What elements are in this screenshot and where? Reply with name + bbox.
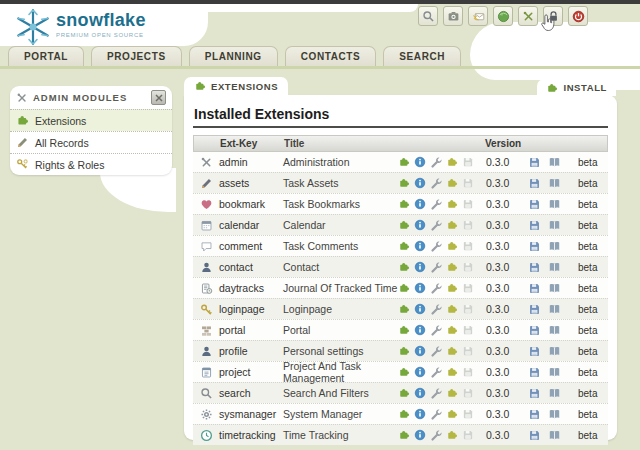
export-disk-icon[interactable] (462, 219, 474, 231)
info-icon[interactable] (414, 261, 426, 273)
configure-wrench-icon[interactable] (430, 219, 442, 231)
configure-wrench-icon[interactable] (430, 345, 442, 357)
manual-book-icon[interactable] (548, 366, 561, 379)
send-mail-button[interactable] (468, 6, 488, 26)
configure-wrench-icon[interactable] (430, 366, 442, 378)
download-floppy-icon[interactable] (528, 345, 541, 358)
download-floppy-icon[interactable] (528, 282, 541, 295)
update-puzzle-icon[interactable] (446, 303, 458, 315)
collapse-button[interactable] (151, 90, 166, 105)
export-disk-icon[interactable] (462, 345, 474, 357)
tab-contacts[interactable]: CONTACTS (285, 46, 377, 66)
status-button[interactable] (493, 6, 513, 26)
export-disk-icon[interactable] (462, 387, 474, 399)
download-floppy-icon[interactable] (528, 156, 541, 169)
configure-wrench-icon[interactable] (430, 408, 442, 420)
info-icon[interactable] (414, 408, 426, 420)
tab-portal[interactable]: PORTAL (8, 46, 84, 66)
download-floppy-icon[interactable] (528, 408, 541, 421)
table-row[interactable]: comment Task Comments 0.3.0 beta (193, 235, 608, 256)
download-floppy-icon[interactable] (528, 303, 541, 316)
export-disk-icon[interactable] (462, 324, 474, 336)
manual-book-icon[interactable] (548, 324, 561, 337)
manual-book-icon[interactable] (548, 240, 561, 253)
admin-tools-button[interactable] (518, 6, 538, 26)
info-icon[interactable] (414, 345, 426, 357)
manual-book-icon[interactable] (548, 261, 561, 274)
update-puzzle-icon[interactable] (446, 366, 458, 378)
update-puzzle-icon[interactable] (446, 219, 458, 231)
configure-wrench-icon[interactable] (430, 387, 442, 399)
export-disk-icon[interactable] (462, 261, 474, 273)
update-puzzle-icon[interactable] (446, 345, 458, 357)
info-icon[interactable] (414, 219, 426, 231)
update-puzzle-icon[interactable] (446, 387, 458, 399)
camera-button[interactable] (443, 6, 463, 26)
configure-wrench-icon[interactable] (430, 282, 442, 294)
download-floppy-icon[interactable] (528, 324, 541, 337)
install-button[interactable]: INSTALL (537, 79, 616, 96)
update-puzzle-icon[interactable] (446, 240, 458, 252)
download-floppy-icon[interactable] (528, 261, 541, 274)
table-row[interactable]: sysmanager System Manager 0.3.0 beta (193, 403, 608, 424)
extension-toggle-icon[interactable] (398, 345, 410, 357)
download-floppy-icon[interactable] (528, 177, 541, 190)
info-icon[interactable] (414, 429, 426, 441)
manual-book-icon[interactable] (548, 177, 561, 190)
export-disk-icon[interactable] (462, 240, 474, 252)
export-disk-icon[interactable] (462, 198, 474, 210)
manual-book-icon[interactable] (548, 387, 561, 400)
update-puzzle-icon[interactable] (446, 156, 458, 168)
export-disk-icon[interactable] (462, 177, 474, 189)
configure-wrench-icon[interactable] (430, 324, 442, 336)
extension-toggle-icon[interactable] (398, 261, 410, 273)
info-icon[interactable] (414, 324, 426, 336)
tab-search[interactable]: SEARCH (383, 46, 461, 66)
extension-toggle-icon[interactable] (398, 156, 410, 168)
manual-book-icon[interactable] (548, 408, 561, 421)
manual-book-icon[interactable] (548, 303, 561, 316)
extension-toggle-icon[interactable] (398, 240, 410, 252)
table-row[interactable]: contact Contact 0.3.0 beta (193, 256, 608, 277)
table-row[interactable]: timetracking Time Tracking 0.3.0 beta (193, 424, 608, 445)
export-disk-icon[interactable] (462, 408, 474, 420)
update-puzzle-icon[interactable] (446, 282, 458, 294)
table-row[interactable]: admin Administration 0.3.0 beta (193, 152, 608, 172)
table-row[interactable]: daytracks Journal Of Tracked Time 0.3.0 … (193, 277, 608, 298)
extension-toggle-icon[interactable] (398, 429, 410, 441)
export-disk-icon[interactable] (462, 303, 474, 315)
download-floppy-icon[interactable] (528, 198, 541, 211)
manual-book-icon[interactable] (548, 345, 561, 358)
extension-toggle-icon[interactable] (398, 177, 410, 189)
info-icon[interactable] (414, 177, 426, 189)
export-disk-icon[interactable] (462, 366, 474, 378)
configure-wrench-icon[interactable] (430, 156, 442, 168)
extension-toggle-icon[interactable] (398, 366, 410, 378)
update-puzzle-icon[interactable] (446, 261, 458, 273)
info-icon[interactable] (414, 156, 426, 168)
info-icon[interactable] (414, 198, 426, 210)
extension-toggle-icon[interactable] (398, 219, 410, 231)
info-icon[interactable] (414, 282, 426, 294)
manual-book-icon[interactable] (548, 219, 561, 232)
update-puzzle-icon[interactable] (446, 324, 458, 336)
breadcrumb-extensions-tab[interactable]: EXTENSIONS (184, 77, 288, 95)
manual-book-icon[interactable] (548, 198, 561, 211)
configure-wrench-icon[interactable] (430, 303, 442, 315)
download-floppy-icon[interactable] (528, 387, 541, 400)
extension-toggle-icon[interactable] (398, 198, 410, 210)
configure-wrench-icon[interactable] (430, 177, 442, 189)
update-puzzle-icon[interactable] (446, 177, 458, 189)
table-row[interactable]: profile Personal settings 0.3.0 beta (193, 340, 608, 361)
update-puzzle-icon[interactable] (446, 429, 458, 441)
export-disk-icon[interactable] (462, 429, 474, 441)
configure-wrench-icon[interactable] (430, 429, 442, 441)
tab-planning[interactable]: PLANNING (189, 46, 278, 66)
tab-projects[interactable]: PROJECTS (91, 46, 182, 66)
sidebar-item-all-records[interactable]: All Records (10, 131, 172, 153)
table-row[interactable]: search Search And Filters 0.3.0 beta (193, 382, 608, 403)
export-disk-icon[interactable] (462, 156, 474, 168)
search-button[interactable] (418, 6, 438, 26)
configure-wrench-icon[interactable] (430, 198, 442, 210)
info-icon[interactable] (414, 240, 426, 252)
